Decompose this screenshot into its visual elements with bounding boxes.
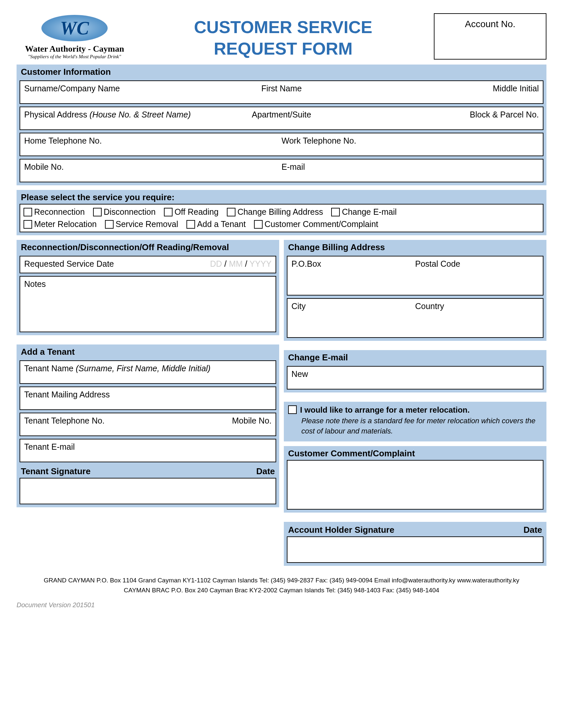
date-placeholder: DD / MM / YYYY	[210, 259, 271, 269]
tenant-name-field[interactable]: Tenant Name (Surname, First Name, Middle…	[20, 360, 276, 384]
checkbox-change-billing[interactable]: Change Billing Address	[227, 207, 323, 217]
new-email-field[interactable]: New	[287, 366, 543, 389]
account-signature-field[interactable]	[287, 536, 543, 563]
account-number-field[interactable]: Account No.	[434, 13, 546, 60]
notes-label: Notes	[24, 279, 46, 289]
new-email-label: New	[292, 369, 308, 379]
footer-line1: GRAND CAYMAN P.O. Box 1104 Grand Cayman …	[17, 575, 546, 585]
opt-label: Change E-mail	[342, 207, 397, 217]
requested-date-field[interactable]: Requested Service Date DD / MM / YYYY	[20, 256, 276, 273]
opt-label: Customer Comment/Complaint	[264, 219, 378, 229]
change-email-panel: Change E-mail New	[284, 350, 546, 392]
title-line1: CUSTOMER SERVICE	[139, 17, 427, 38]
notes-field[interactable]: Notes	[20, 276, 276, 332]
opt-label: Off Reading	[174, 207, 218, 217]
page-title: CUSTOMER SERVICE REQUEST FORM	[139, 13, 427, 60]
tenant-signature-field[interactable]	[20, 478, 276, 504]
footer-line2: CAYMAN BRAC P.O. Box 240 Cayman Brac KY2…	[17, 585, 546, 595]
checkbox-icon	[105, 220, 114, 229]
country-label: Country	[415, 301, 539, 311]
checkbox-disconnection[interactable]: Disconnection	[93, 207, 156, 217]
checkbox-add-tenant[interactable]: Add a Tenant	[186, 219, 246, 229]
tenant-signature-labels: Tenant Signature Date	[18, 464, 278, 477]
complaint-heading: Customer Comment/Complaint	[285, 447, 545, 460]
billing-panel: Change Billing Address P.O.Box Postal Co…	[284, 240, 546, 341]
relocation-label: I would like to arrange for a meter relo…	[300, 405, 470, 415]
checkbox-reconnection[interactable]: Reconnection	[23, 207, 85, 217]
telephone-field[interactable]: Home Telephone No. Work Telephone No.	[20, 133, 543, 156]
left-column: Reconnection/Disconnection/Off Reading/R…	[17, 240, 279, 512]
customer-info-panel: Customer Information Surname/Company Nam…	[17, 65, 546, 185]
relocation-note: Please note there is a standard fee for …	[302, 416, 542, 436]
opt-label: Reconnection	[34, 207, 85, 217]
apartment-label: Apartment/Suite	[196, 110, 367, 119]
city-field[interactable]: City Country	[287, 298, 543, 338]
account-signature-date-label: Date	[524, 525, 542, 535]
account-signature-label: Account Holder Signature	[288, 525, 524, 535]
service-date-panel: Reconnection/Disconnection/Off Reading/R…	[17, 240, 279, 335]
checkbox-change-email[interactable]: Change E-mail	[331, 207, 397, 217]
postal-label: Postal Code	[415, 259, 539, 269]
opt-label: Add a Tenant	[197, 219, 246, 229]
title-line2: REQUEST FORM	[139, 38, 427, 60]
checkbox-service-removal[interactable]: Service Removal	[105, 219, 178, 229]
header: WC Water Authority - Cayman "Suppliers o…	[17, 13, 546, 60]
tenant-email-label: Tenant E-mail	[24, 442, 75, 451]
tenant-signature-label: Tenant Signature	[21, 466, 256, 477]
account-signature-labels: Account Holder Signature Date	[285, 523, 545, 535]
pobox-label: P.O.Box	[292, 259, 415, 269]
checkbox-icon	[23, 208, 32, 216]
tenant-signature-date-label: Date	[256, 466, 275, 477]
complaint-field[interactable]	[287, 460, 543, 510]
checkbox-complaint[interactable]: Customer Comment/Complaint	[254, 219, 378, 229]
block-parcel-label: Block & Parcel No.	[367, 110, 539, 119]
contact-field[interactable]: Mobile No. E-mail	[20, 159, 543, 182]
service-options: Reconnection Disconnection Off Reading C…	[20, 204, 543, 232]
pobox-field[interactable]: P.O.Box Postal Code	[287, 256, 543, 296]
requested-date-label: Requested Service Date	[24, 259, 210, 269]
checkbox-off-reading[interactable]: Off Reading	[164, 207, 218, 217]
tenant-name-label: Tenant Name (Surname, First Name, Middle…	[24, 364, 211, 373]
address-field[interactable]: Physical Address (House No. & Street Nam…	[20, 107, 543, 130]
tenant-phone-field[interactable]: Tenant Telephone No. Mobile No.	[20, 413, 276, 436]
document-version: Document Version 201501	[17, 601, 546, 609]
relocation-panel: I would like to arrange for a meter relo…	[284, 402, 546, 441]
logo-icon: WC	[41, 15, 108, 41]
tenant-mailing-field[interactable]: Tenant Mailing Address	[20, 387, 276, 410]
opt-label: Meter Relocation	[34, 219, 97, 229]
city-label: City	[292, 301, 415, 311]
checkbox-icon	[23, 220, 32, 229]
org-name: Water Authority - Cayman	[17, 44, 132, 54]
opt-label: Service Removal	[116, 219, 178, 229]
email-label: E-mail	[282, 162, 539, 172]
checkbox-icon	[186, 220, 195, 229]
checkbox-icon	[331, 208, 340, 216]
change-email-heading: Change E-mail	[285, 351, 545, 364]
opt-label: Disconnection	[104, 207, 156, 217]
footer: GRAND CAYMAN P.O. Box 1104 Grand Cayman …	[17, 575, 546, 596]
home-tel-label: Home Telephone No.	[24, 136, 282, 146]
service-select-heading: Please select the service you require:	[18, 191, 545, 204]
account-signature-panel: Account Holder Signature Date	[284, 522, 546, 566]
work-tel-label: Work Telephone No.	[282, 136, 539, 146]
detail-columns: Reconnection/Disconnection/Off Reading/R…	[17, 240, 546, 570]
surname-label: Surname/Company Name	[24, 84, 196, 93]
tenant-heading: Add a Tenant	[18, 345, 278, 358]
address-label: Physical Address (House No. & Street Nam…	[24, 110, 196, 119]
mobile-label: Mobile No.	[24, 162, 282, 172]
service-select-panel: Please select the service you require: R…	[17, 190, 546, 235]
checkbox-icon	[164, 208, 172, 216]
account-number-label: Account No.	[465, 19, 516, 29]
logo-block: WC Water Authority - Cayman "Suppliers o…	[17, 13, 132, 60]
tenant-email-field[interactable]: Tenant E-mail	[20, 439, 276, 462]
complaint-panel: Customer Comment/Complaint	[284, 446, 546, 513]
checkbox-icon	[254, 220, 262, 229]
checkbox-relocation-confirm[interactable]	[288, 405, 297, 414]
checkbox-meter-relocation[interactable]: Meter Relocation	[23, 219, 97, 229]
name-field[interactable]: Surname/Company Name First Name Middle I…	[20, 80, 543, 104]
billing-heading: Change Billing Address	[285, 241, 545, 254]
customer-info-heading: Customer Information	[18, 66, 545, 78]
tenant-mobile-label: Mobile No.	[148, 416, 272, 426]
middle-initial-label: Middle Initial	[367, 84, 539, 93]
opt-label: Change Billing Address	[237, 207, 323, 217]
